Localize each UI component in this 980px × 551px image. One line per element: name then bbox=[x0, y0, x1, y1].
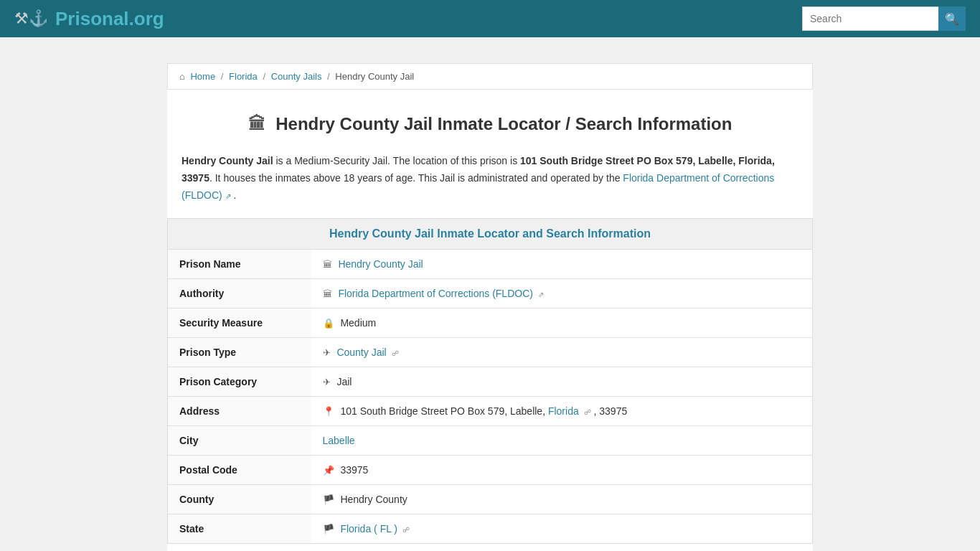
breadcrumb-sep-3: / bbox=[327, 71, 330, 82]
authority-icon: 🏛 bbox=[323, 288, 332, 299]
building-icon: 🏛 bbox=[323, 259, 332, 270]
row-label: Prison Name bbox=[168, 250, 311, 279]
row-label: City bbox=[168, 426, 311, 456]
row-label: Postal Code bbox=[168, 456, 311, 485]
row-value: 🏴 Hendry County bbox=[311, 485, 813, 514]
page-title: 🏛 Hendry County Jail Inmate Locator / Se… bbox=[182, 114, 798, 134]
row-value: 🏴 Florida ( FL ) ☍ bbox=[311, 514, 813, 544]
page-title-section: 🏛 Hendry County Jail Inmate Locator / Se… bbox=[167, 97, 813, 141]
breadcrumb-home[interactable]: Home bbox=[190, 71, 215, 82]
logo-area: ⚒⚓ Prisonal.org bbox=[14, 8, 164, 30]
postal-icon: 📌 bbox=[323, 465, 334, 476]
row-label: Security Measure bbox=[168, 309, 311, 338]
logo-primary: Prisonal bbox=[55, 8, 129, 29]
pin-icon: 📍 bbox=[323, 406, 334, 417]
search-input[interactable] bbox=[802, 6, 938, 31]
row-value: 🏛 Florida Department of Corrections (FLD… bbox=[311, 279, 813, 309]
info-section: Hendry County Jail Inmate Locator and Se… bbox=[167, 218, 813, 551]
county-value: Hendry County bbox=[340, 494, 407, 505]
logo-icon: ⚒⚓ bbox=[14, 9, 48, 28]
table-row: Prison Category ✈ Jail bbox=[168, 367, 813, 397]
category-value: Jail bbox=[336, 376, 352, 387]
state-link[interactable]: Florida bbox=[548, 405, 579, 417]
breadcrumb-florida[interactable]: Florida bbox=[229, 71, 258, 82]
breadcrumb-current: Hendry County Jail bbox=[335, 71, 414, 82]
prison-type-link[interactable]: County Jail bbox=[336, 347, 386, 358]
row-value: 🔒 Medium bbox=[311, 309, 813, 338]
security-value: Medium bbox=[340, 317, 376, 329]
row-value: 📌 33975 bbox=[311, 456, 813, 485]
table-row: Authority 🏛 Florida Department of Correc… bbox=[168, 279, 813, 309]
row-value: 📍 101 South Bridge Street PO Box 579, La… bbox=[311, 397, 813, 426]
table-row: County 🏴 Hendry County bbox=[168, 485, 813, 514]
logo-tld: .org bbox=[129, 8, 164, 29]
row-value: Labelle bbox=[311, 426, 813, 456]
lock-icon: 🔒 bbox=[323, 318, 334, 329]
authority-table-link[interactable]: Florida Department of Corrections (FLDOC… bbox=[338, 288, 533, 299]
site-logo[interactable]: Prisonal.org bbox=[55, 8, 164, 30]
breadcrumb-sep-2: / bbox=[263, 71, 265, 82]
state-flag-icon: 🏴 bbox=[323, 524, 334, 534]
description: Hendry County Jail is a Medium-Security … bbox=[167, 141, 813, 218]
link-icon-addr: ☍ bbox=[584, 408, 591, 416]
breadcrumb-county-jails[interactable]: County Jails bbox=[271, 71, 322, 82]
table-row: Prison Type ✈ County Jail ☍ bbox=[168, 338, 813, 367]
table-row: Security Measure 🔒 Medium bbox=[168, 309, 813, 338]
address-value: 101 South Bridge Street PO Box 579, Labe… bbox=[340, 405, 548, 417]
row-value: 🏛 Hendry County Jail bbox=[311, 250, 813, 279]
row-label: County bbox=[168, 485, 311, 514]
table-row: Postal Code 📌 33975 bbox=[168, 456, 813, 485]
zip-value: , 33975 bbox=[594, 405, 628, 417]
prison-name-bold: Hendry County Jail bbox=[182, 155, 273, 166]
ext-link-icon: ⇗ bbox=[538, 291, 544, 298]
search-area: 🔍 bbox=[802, 6, 966, 31]
row-label: State bbox=[168, 514, 311, 544]
info-table: Prison Name 🏛 Hendry County Jail Authori… bbox=[167, 250, 813, 544]
row-value: ✈ County Jail ☍ bbox=[311, 338, 813, 367]
breadcrumb: ⌂ Home / Florida / County Jails / Hendry… bbox=[167, 63, 813, 90]
site-header: ⚒⚓ Prisonal.org 🔍 bbox=[0, 0, 980, 37]
state-value-link[interactable]: Florida ( FL ) bbox=[340, 523, 397, 534]
row-value: ✈ Jail bbox=[311, 367, 813, 397]
row-label: Address bbox=[168, 397, 311, 426]
info-section-header: Hendry County Jail Inmate Locator and Se… bbox=[167, 218, 813, 250]
search-button[interactable]: 🔍 bbox=[938, 6, 966, 31]
home-icon: ⌂ bbox=[179, 71, 185, 82]
row-label: Authority bbox=[168, 279, 311, 309]
ext-link-icon: ⇗ bbox=[225, 192, 231, 200]
breadcrumb-sep-1: / bbox=[221, 71, 224, 82]
category-icon: ✈ bbox=[323, 377, 331, 387]
search-icon: 🔍 bbox=[945, 12, 959, 26]
table-row: Prison Name 🏛 Hendry County Jail bbox=[168, 250, 813, 279]
table-row: State 🏴 Florida ( FL ) ☍ bbox=[168, 514, 813, 544]
table-row: City Labelle bbox=[168, 426, 813, 456]
prison-name-link[interactable]: Hendry County Jail bbox=[338, 258, 423, 270]
row-label: Prison Category bbox=[168, 367, 311, 397]
prison-icon: 🏛 bbox=[248, 114, 265, 133]
table-row: Address 📍 101 South Bridge Street PO Box… bbox=[168, 397, 813, 426]
location-icon: ✈ bbox=[323, 347, 331, 358]
link-icon-state: ☍ bbox=[402, 526, 410, 534]
flag-icon: 🏴 bbox=[323, 494, 334, 505]
postal-value: 33975 bbox=[340, 464, 368, 476]
link-icon: ☍ bbox=[392, 349, 399, 357]
row-label: Prison Type bbox=[168, 338, 311, 367]
city-link[interactable]: Labelle bbox=[323, 435, 355, 446]
